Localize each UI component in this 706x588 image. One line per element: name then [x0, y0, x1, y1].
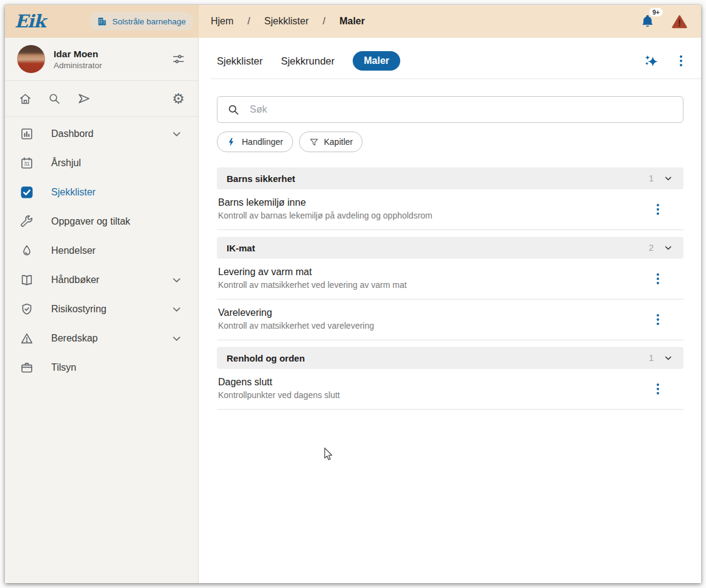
list-item-dagens-slutt[interactable]: Dagens slutt Kontrollpunkter ved dagens … [217, 369, 683, 410]
section-title: Renhold og orden [227, 353, 305, 363]
section-count: 1 [649, 173, 654, 183]
template-subtitle: Kontroll av barnas lekemiljø på avdeling… [218, 211, 647, 220]
section-title: IK-mat [227, 243, 255, 253]
template-subtitle: Kontrollpunkter ved dagens slutt [218, 390, 647, 400]
list-item-levering-av-varm-mat[interactable]: Levering av varm mat Kontroll av matsikk… [217, 259, 683, 299]
sidebar-item-arshjul[interactable]: 31 Årshjul [5, 149, 198, 178]
tab-sjekklister[interactable]: Sjekklister [217, 55, 263, 67]
profile-settings-button[interactable] [171, 52, 186, 66]
sidebar-item-tilsyn[interactable]: Tilsyn [5, 353, 198, 382]
sidebar-quick-icons: ⚙ [5, 81, 198, 117]
sidebar-nav: Dashbord 31 Årshjul [5, 117, 198, 382]
filter-chip-kapitler[interactable]: Kapitler [299, 131, 362, 152]
filter-chip-label: Handlinger [242, 137, 283, 147]
sidebar-item-label: Hendelser [51, 245, 96, 256]
section-count: 1 [649, 353, 654, 363]
briefcase-icon [19, 360, 34, 375]
template-title: Levering av varm mat [218, 267, 647, 278]
item-menu-button[interactable] [655, 203, 660, 216]
template-sections: Barns sikkerhet 1 Barns lekemiljø inne K… [217, 167, 683, 410]
sidebar-item-dashbord[interactable]: Dashbord [5, 119, 198, 149]
notifications-button[interactable]: 9+ [640, 13, 655, 29]
chevron-down-icon [170, 273, 183, 287]
funnel-icon [309, 137, 319, 147]
breadcrumb-separator: / [247, 16, 250, 27]
section-count: 2 [649, 243, 654, 253]
calendar-icon: 31 [19, 156, 34, 170]
top-bar: Eik Solstråle barnehage Hjem [5, 5, 701, 38]
app-logo[interactable]: Eik [15, 11, 45, 32]
sidebar-item-label: Håndbøker [51, 275, 99, 285]
tab-bar: Sjekklister Sjekkrunder Maler [217, 51, 400, 71]
chevron-down-icon [170, 332, 183, 345]
chevron-down-icon[interactable] [663, 242, 674, 253]
sidebar-item-label: Risikostyring [51, 304, 107, 315]
search-input[interactable] [249, 103, 673, 116]
search-icon [227, 103, 240, 116]
top-bar-right: Hjem / Sjekklister / Maler 9+ [199, 5, 701, 38]
main-content: Sjekklister Sjekkrunder Maler [199, 38, 701, 583]
sidebar-item-oppgaver-og-tiltak[interactable]: Oppgaver og tiltak [5, 207, 198, 236]
organization-badge[interactable]: Solstråle barnehage [89, 12, 194, 30]
shield-check-icon [19, 302, 34, 317]
section-header-ik-mat[interactable]: IK-mat 2 [217, 237, 683, 259]
lightning-icon [227, 137, 237, 147]
page-menu-button[interactable] [679, 54, 683, 68]
sidebar-item-beredskap[interactable]: Beredskap [5, 324, 198, 353]
sidebar-item-handboker[interactable]: Håndbøker [5, 265, 198, 295]
sidebar-item-label: Oppgaver og tiltak [51, 216, 130, 227]
building-icon [97, 16, 107, 27]
sidebar: Idar Moen Administrator [5, 38, 199, 583]
gear-icon[interactable]: ⚙ [172, 92, 185, 106]
chevron-down-icon [170, 303, 183, 316]
bar-chart-icon [19, 127, 34, 141]
item-menu-button[interactable] [655, 313, 660, 326]
breadcrumb-sjekklister[interactable]: Sjekklister [264, 16, 309, 27]
tab-maler-active[interactable]: Maler [353, 51, 400, 71]
filter-chip-handlinger[interactable]: Handlinger [217, 131, 293, 152]
home-icon[interactable] [18, 92, 32, 106]
search-bar[interactable] [217, 96, 683, 123]
template-subtitle: Kontroll av matsikkerhet ved levering av… [218, 280, 647, 290]
checkbox-icon [19, 185, 34, 200]
user-name: Idar Moen [54, 48, 102, 60]
sparkles-ai-button[interactable] [643, 53, 659, 69]
template-title: Dagens slutt [218, 377, 647, 388]
sidebar-item-risikostyring[interactable]: Risikostyring [5, 295, 198, 324]
sidebar-item-label: Beredskap [51, 333, 98, 344]
send-icon[interactable] [77, 91, 91, 106]
chevron-down-icon [170, 127, 183, 141]
chevron-down-icon[interactable] [663, 352, 674, 363]
wrench-icon [19, 214, 34, 229]
alerts-button[interactable] [671, 14, 688, 29]
organization-name: Solstråle barnehage [112, 17, 186, 26]
search-icon[interactable] [48, 92, 62, 106]
sidebar-item-sjekklister[interactable]: Sjekklister [5, 178, 198, 207]
user-role: Administrator [54, 61, 102, 70]
user-profile[interactable]: Idar Moen Administrator [5, 38, 198, 81]
chevron-down-icon[interactable] [663, 173, 674, 184]
breadcrumb-current: Maler [339, 16, 365, 27]
section-header-barns-sikkerhet[interactable]: Barns sikkerhet 1 [217, 167, 683, 189]
sidebar-item-label: Sjekklister [51, 187, 96, 198]
avatar[interactable] [17, 45, 45, 73]
warning-triangle-outline-icon [19, 331, 34, 346]
item-menu-button[interactable] [655, 382, 660, 396]
sidebar-item-label: Dashbord [51, 128, 93, 139]
list-item-varelevering[interactable]: Varelevering Kontroll av matsikkerhet ve… [217, 299, 683, 340]
sidebar-item-hendelser[interactable]: Hendelser [5, 236, 198, 265]
book-icon [19, 273, 34, 287]
top-bar-left: Eik Solstråle barnehage [5, 5, 199, 38]
sidebar-item-label: Årshjul [51, 158, 81, 169]
calendar-day-text: 31 [24, 161, 30, 167]
divider [211, 79, 701, 79]
breadcrumb: Hjem / Sjekklister / Maler [211, 16, 365, 27]
list-item-barns-lekemiljo-inne[interactable]: Barns lekemiljø inne Kontroll av barnas … [217, 189, 683, 230]
item-menu-button[interactable] [655, 272, 660, 285]
section-header-renhold-og-orden[interactable]: Renhold og orden 1 [217, 347, 683, 369]
tab-sjekkrunder[interactable]: Sjekkrunder [281, 55, 334, 67]
sidebar-item-label: Tilsyn [51, 362, 76, 373]
filter-chip-label: Kapitler [324, 137, 353, 147]
breadcrumb-home[interactable]: Hjem [211, 16, 233, 27]
template-title: Varelevering [218, 307, 647, 318]
